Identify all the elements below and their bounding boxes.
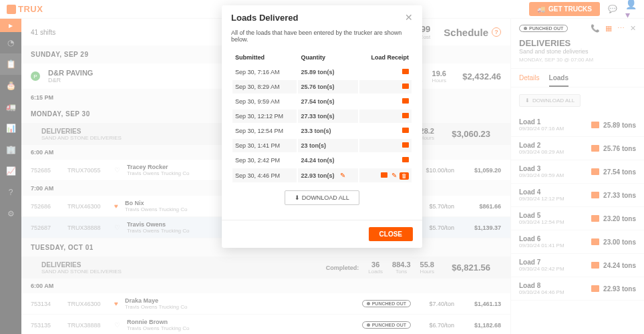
col-receipt: Load Receipt [359,51,412,64]
modal-close-icon[interactable]: ✕ [405,12,413,23]
receipt-thumb-icon[interactable] [402,69,409,74]
loads-delivered-modal: Loads Delivered ✕ All of the loads that … [222,5,422,248]
receipt-thumb-icon[interactable] [402,84,409,89]
table-row: Sep 30, 4:46 PM 22.93 ton(s) ✎ ✎🗑 [232,168,412,182]
table-row: Sep 30, 12:54 PM 23.3 ton(s) [232,124,412,138]
close-button[interactable]: CLOSE [369,227,413,241]
col-submitted: Submitted [232,51,297,64]
edit-icon[interactable]: ✎ [340,172,345,179]
table-row: Sep 30, 8:29 AM 25.76 ton(s) [232,80,412,94]
loads-table: Submitted Quantity Load Receipt Sep 30, … [231,49,413,184]
modal-download-all-button[interactable]: ⬇ DOWNLOAD ALL [285,190,359,205]
table-row: Sep 30, 7:16 AM 25.89 ton(s) [232,65,412,79]
table-row: Sep 30, 1:41 PM 23 ton(s) [232,139,412,152]
receipt-thumb-icon[interactable] [381,172,387,178]
table-row: Sep 30, 9:59 AM 27.54 ton(s) [232,95,412,108]
table-row: Sep 30, 12:12 PM 27.33 ton(s) [232,110,412,123]
delete-icon[interactable]: 🗑 [399,172,409,180]
receipt-thumb-icon[interactable] [402,157,409,162]
receipt-thumb-icon[interactable] [402,113,409,118]
edit-receipt-icon[interactable]: ✎ [391,172,397,179]
modal-title: Loads Delivered [231,13,298,23]
receipt-thumb-icon[interactable] [402,98,409,104]
receipt-thumb-icon[interactable] [402,128,409,133]
col-quantity: Quantity [298,51,358,64]
receipt-thumb-icon[interactable] [402,142,409,148]
modal-description: All of the loads that have been entered … [231,29,413,43]
table-row: Sep 30, 2:42 PM 24.24 ton(s) [232,154,412,167]
